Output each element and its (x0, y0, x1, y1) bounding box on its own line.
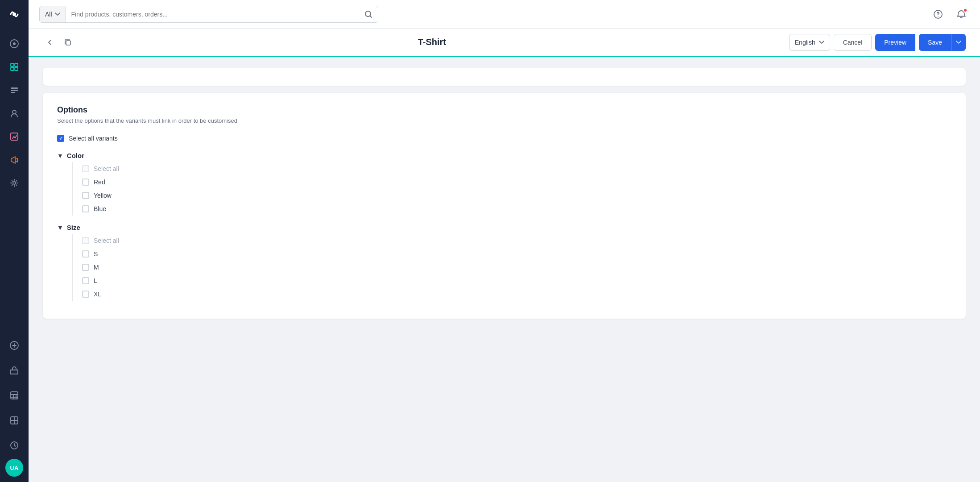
topbar-right (930, 6, 969, 22)
options-card: Options Select the options that the vari… (43, 93, 966, 319)
topbar: All (29, 0, 980, 29)
save-button[interactable]: Save (919, 34, 951, 51)
options-title: Options (57, 105, 951, 115)
color-select-all-checkbox[interactable] (82, 165, 89, 172)
sidebar: UA (0, 0, 29, 482)
size-option-xl: XL (72, 287, 951, 301)
svg-rect-7 (15, 67, 18, 71)
save-dropdown-button[interactable] (951, 34, 966, 51)
select-all-variants-checkbox[interactable] (57, 135, 64, 142)
sidebar-item-marketing[interactable] (0, 148, 29, 171)
color-red-label: Red (94, 179, 105, 186)
color-option-blue: Blue (72, 202, 951, 216)
language-selector[interactable]: English (789, 34, 830, 51)
svg-rect-15 (11, 392, 18, 399)
color-option-yellow: Yellow (72, 189, 951, 202)
back-button[interactable] (43, 35, 57, 50)
sidebar-item-customers[interactable] (0, 102, 29, 125)
color-yellow-label: Yellow (94, 192, 112, 199)
cancel-button[interactable]: Cancel (834, 34, 872, 51)
color-red-checkbox[interactable] (82, 179, 89, 186)
color-chevron-icon: ▼ (57, 152, 63, 159)
sidebar-item-reports[interactable] (0, 125, 29, 148)
size-l-checkbox[interactable] (82, 277, 89, 284)
color-blue-checkbox[interactable] (82, 205, 89, 212)
page-header: T-Shirt English Cancel Preview Save (29, 29, 980, 57)
content: Options Select the options that the vari… (29, 57, 980, 482)
svg-rect-21 (66, 41, 70, 45)
size-option-s: S (72, 247, 951, 261)
svg-rect-4 (11, 63, 14, 66)
size-select-all-label: Select all (94, 237, 119, 244)
size-xl-checkbox[interactable] (82, 291, 89, 298)
size-accordion: ▼ Size Select all S (57, 221, 951, 301)
color-accordion-header[interactable]: ▼ Color (57, 149, 951, 162)
main-wrapper: All (29, 0, 980, 482)
size-accordion-header[interactable]: ▼ Size (57, 221, 951, 234)
size-accordion-body: Select all S M L (57, 234, 951, 301)
color-select-all-row: Select all (72, 162, 951, 175)
color-option-red: Red (72, 175, 951, 189)
size-xl-label: XL (94, 291, 101, 298)
avatar[interactable]: UA (5, 459, 23, 477)
save-button-group: Save (919, 34, 966, 51)
color-blue-label: Blue (94, 205, 106, 212)
size-chevron-icon: ▼ (57, 224, 63, 231)
svg-point-18 (365, 11, 371, 17)
size-option-m: M (72, 261, 951, 274)
search-button[interactable] (359, 10, 378, 18)
size-select-all-row: Select all (72, 234, 951, 247)
sidebar-item-products[interactable] (0, 55, 29, 79)
size-m-checkbox[interactable] (82, 264, 89, 271)
sidebar-item-table[interactable] (0, 384, 29, 407)
size-m-label: M (94, 264, 99, 271)
size-accordion-label: Size (67, 224, 80, 231)
sidebar-item-add[interactable] (0, 334, 29, 357)
size-s-label: S (94, 250, 98, 258)
svg-point-3 (13, 42, 16, 45)
svg-point-11 (12, 110, 16, 114)
search-input[interactable] (66, 6, 359, 22)
language-label: English (795, 39, 815, 46)
svg-rect-9 (11, 90, 18, 91)
select-all-variants-label: Select all variants (69, 135, 118, 142)
preview-button[interactable]: Preview (875, 34, 915, 51)
size-select-all-checkbox[interactable] (82, 237, 89, 244)
help-icon-button[interactable] (930, 6, 946, 22)
search-filter-button[interactable]: All (40, 6, 66, 22)
top-card-partial (43, 68, 966, 86)
color-accordion-body: Select all Red Yellow Blue (57, 162, 951, 216)
search-filter-label: All (45, 11, 52, 18)
sidebar-bottom: UA (0, 334, 29, 482)
color-yellow-checkbox[interactable] (82, 192, 89, 199)
copy-button[interactable] (61, 35, 75, 50)
sidebar-icons (0, 29, 29, 334)
page-area: T-Shirt English Cancel Preview Save (29, 29, 980, 482)
size-s-checkbox[interactable] (82, 250, 89, 258)
size-option-l: L (72, 274, 951, 287)
svg-rect-10 (11, 92, 15, 93)
sidebar-item-orders[interactable] (0, 79, 29, 102)
sidebar-item-settings[interactable] (0, 171, 29, 195)
color-select-all-label: Select all (94, 165, 119, 172)
svg-rect-8 (11, 87, 18, 89)
svg-rect-5 (15, 63, 18, 66)
sidebar-item-grid2[interactable] (0, 409, 29, 432)
svg-rect-6 (11, 67, 14, 71)
color-accordion: ▼ Color Select all Red (57, 149, 951, 216)
svg-point-1 (12, 12, 16, 16)
select-all-variants-row: Select all variants (57, 135, 951, 142)
color-accordion-label: Color (67, 152, 84, 159)
sidebar-item-shop[interactable] (0, 359, 29, 382)
page-title: T-Shirt (82, 37, 782, 47)
page-header-actions: English Cancel Preview Save (789, 34, 966, 51)
page-header-nav (43, 35, 75, 50)
notifications-icon-button[interactable] (953, 6, 969, 22)
options-subtitle: Select the options that the variants mus… (57, 117, 951, 124)
sidebar-logo[interactable] (0, 0, 29, 29)
search-container: All (39, 6, 378, 23)
sidebar-item-history[interactable] (0, 434, 29, 457)
svg-point-13 (13, 182, 16, 184)
svg-point-20 (938, 16, 939, 17)
sidebar-item-dashboard[interactable] (0, 32, 29, 55)
